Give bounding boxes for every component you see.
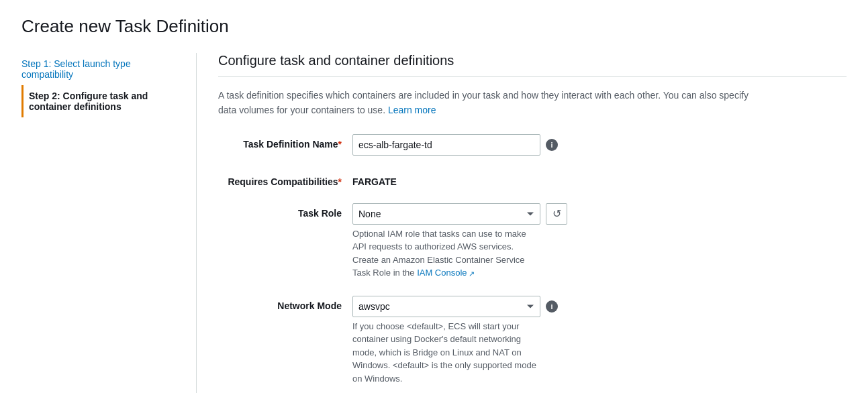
- requires-compatibilities-value: FARGATE: [352, 172, 397, 187]
- task-definition-name-input[interactable]: [352, 134, 540, 156]
- iam-console-link[interactable]: IAM Console↗: [417, 268, 474, 278]
- network-mode-control: awsvpc bridge host none i If you choose …: [352, 296, 558, 386]
- network-mode-info-icon[interactable]: i: [546, 300, 558, 313]
- step1-link[interactable]: Step 1: Select launch type compatibility: [21, 58, 131, 80]
- page-wrapper: Create new Task Definition Step 1: Selec…: [0, 0, 868, 393]
- requires-compatibilities-row: Requires Compatibilities* FARGATE: [218, 172, 822, 187]
- sidebar-step-2: Step 2: Configure task and container def…: [21, 85, 180, 117]
- network-mode-select-wrapper: awsvpc bridge host none: [352, 296, 540, 317]
- main-content: Configure task and container definitions…: [196, 53, 847, 393]
- section-title: Configure task and container definitions: [218, 53, 847, 68]
- required-asterisk: *: [338, 139, 342, 150]
- external-link-icon: ↗: [469, 268, 475, 280]
- task-definition-name-label: Task Definition Name*: [218, 134, 352, 150]
- network-mode-select-wrap: awsvpc bridge host none i: [352, 296, 558, 317]
- content-layout: Step 1: Select launch type compatibility…: [21, 53, 847, 393]
- network-mode-helper-text: If you choose <default>, ECS will start …: [352, 320, 540, 386]
- section-description: A task definition specifies which contai…: [218, 88, 769, 118]
- task-role-top: None ↺: [352, 203, 567, 225]
- sidebar-step-1[interactable]: Step 1: Select launch type compatibility: [21, 53, 180, 85]
- section-divider: [218, 76, 847, 77]
- network-mode-label: Network Mode: [218, 296, 352, 311]
- task-definition-name-row: Task Definition Name* i: [218, 134, 822, 156]
- page-title: Create new Task Definition: [21, 16, 847, 37]
- task-role-helper-text: Optional IAM role that tasks can use to …: [352, 227, 540, 280]
- task-role-row: Task Role None ↺ Optional: [218, 203, 822, 280]
- task-definition-name-control: i: [352, 134, 558, 156]
- network-mode-row: Network Mode awsvpc bridge host none i: [218, 296, 822, 386]
- task-role-control: None ↺ Optional IAM role that tasks can …: [352, 203, 567, 280]
- section-desc-text: A task definition specifies which contai…: [218, 90, 749, 115]
- requires-compatibilities-control: FARGATE: [352, 172, 397, 187]
- step2-label: Step 2: Configure task and container def…: [29, 91, 148, 112]
- task-role-select-wrapper: None: [352, 203, 540, 225]
- task-role-label: Task Role: [218, 203, 352, 219]
- task-role-select[interactable]: None: [352, 203, 540, 225]
- task-role-refresh-button[interactable]: ↺: [546, 203, 567, 225]
- network-mode-select[interactable]: awsvpc bridge host none: [352, 296, 540, 317]
- sidebar: Step 1: Select launch type compatibility…: [21, 53, 196, 393]
- learn-more-link[interactable]: Learn more: [388, 105, 436, 115]
- task-definition-name-info-icon[interactable]: i: [546, 139, 558, 151]
- requires-compatibilities-label: Requires Compatibilities*: [218, 172, 352, 187]
- refresh-icon: ↺: [552, 207, 561, 220]
- required-asterisk-2: *: [338, 176, 342, 187]
